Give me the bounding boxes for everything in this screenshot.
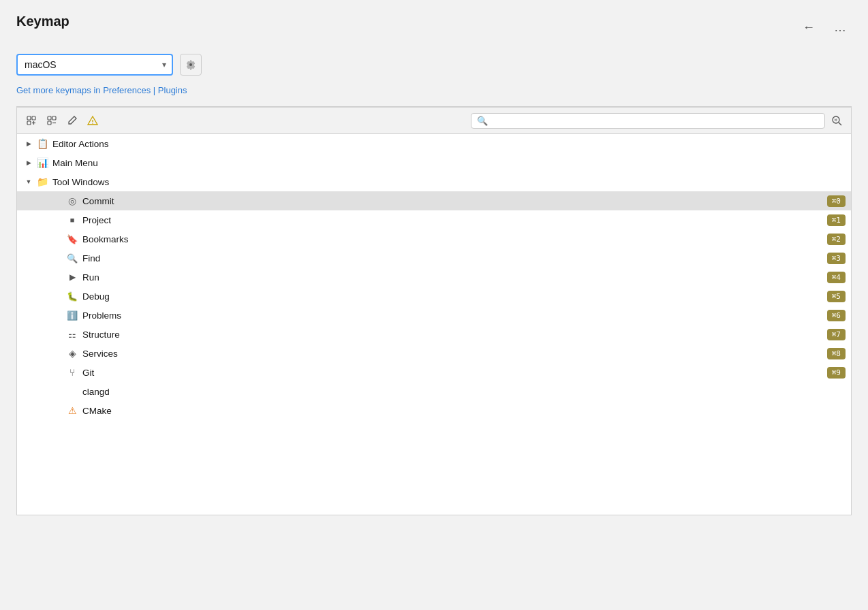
tree-item[interactable]: 🔍Find⌘3 [17, 248, 851, 268]
svg-rect-0 [27, 116, 31, 120]
shortcut-badge: ⌘1 [827, 214, 846, 226]
expand-arrow-icon[interactable]: ▶ [22, 138, 35, 150]
tree-item-label: Find [82, 253, 827, 263]
tree-item-label: Tool Windows [52, 177, 846, 187]
shortcut-badge: ⌘7 [827, 329, 846, 340]
gear-icon [185, 59, 196, 70]
tree-item[interactable]: ▼📁Tool Windows [17, 172, 851, 191]
tree-item[interactable]: ◎Commit⌘0 [17, 191, 851, 210]
no-arrow [52, 214, 65, 226]
shortcut-badge: ⌘0 [827, 195, 846, 207]
tree-item[interactable]: ▶📋Editor Actions [17, 134, 851, 153]
shortcut-badge: ⌘8 [827, 348, 846, 359]
search-input[interactable] [492, 116, 819, 126]
editor-icon: 📋 [36, 138, 48, 150]
problems-icon: ℹ️ [66, 309, 78, 321]
svg-rect-6 [52, 116, 56, 120]
tree-item-label: Structure [82, 330, 827, 340]
svg-rect-1 [32, 116, 35, 120]
structure-icon: ⚏ [66, 328, 78, 340]
tree-item[interactable]: ▶Run⌘4 [17, 268, 851, 287]
tree-item[interactable]: 🔖Bookmarks⌘2 [17, 229, 851, 248]
run-icon: ▶ [66, 271, 78, 283]
tree-item[interactable]: ⚏Structure⌘7 [17, 325, 851, 344]
tree-item-label: CMake [82, 406, 846, 416]
shortcut-badge: ⌘2 [827, 234, 846, 245]
warnings-button[interactable] [84, 112, 102, 129]
keymap-select-wrapper: macOS Windows Linux Default Eclipse NetB… [16, 54, 173, 76]
svg-rect-2 [27, 121, 31, 125]
menu-icon: 📊 [36, 157, 48, 169]
page-title: Keymap [16, 14, 69, 29]
tree-item[interactable]: ⚠CMake [17, 401, 851, 420]
page-container: Keymap ← … macOS Windows Linux Default E… [0, 0, 868, 529]
no-arrow [52, 347, 65, 359]
no-arrow [52, 195, 65, 207]
tree-item-label: Run [82, 272, 827, 283]
shortcut-badge: ⌘5 [827, 291, 846, 302]
commit-icon: ◎ [66, 195, 78, 207]
collapse-all-button[interactable] [43, 112, 61, 129]
warning-icon [87, 115, 98, 126]
svg-point-10 [92, 123, 93, 124]
collapse-all-icon [46, 115, 57, 126]
gear-button[interactable] [180, 54, 202, 76]
expand-arrow-icon[interactable]: ▼ [22, 176, 35, 188]
svg-line-12 [839, 123, 841, 125]
search-box: 🔍 [471, 113, 825, 129]
tree-item-label: Debug [82, 291, 827, 302]
svg-text:⌘: ⌘ [835, 118, 837, 123]
find-icon: 🔍 [66, 252, 78, 264]
tree-item[interactable]: ⑂Git⌘9 [17, 363, 851, 382]
folder-icon: 📁 [36, 176, 48, 188]
tree-item[interactable]: ■Project⌘1 [17, 210, 851, 229]
tree-item[interactable]: ℹ️Problems⌘6 [17, 306, 851, 325]
tree-container: 🔍 ⌘ ▶📋Editor Actions▶📊Main Menu▼📁Tool Wi… [16, 107, 852, 515]
tree-item-label: Services [82, 349, 827, 359]
tree-item[interactable]: ◈Services⌘8 [17, 344, 851, 363]
tree-item-label: Git [82, 368, 827, 378]
project-icon: ■ [66, 214, 78, 226]
debug-icon: 🐛 [66, 290, 78, 302]
expand-all-button[interactable] [22, 112, 40, 129]
back-button[interactable]: ← [797, 18, 820, 37]
expand-all-icon [26, 115, 37, 126]
no-arrow [52, 366, 65, 379]
find-shortcut-button[interactable]: ⌘ [828, 112, 846, 129]
services-icon: ◈ [66, 347, 78, 359]
svg-rect-7 [48, 121, 51, 125]
tree-item-label: Project [82, 215, 827, 225]
edit-icon [67, 115, 78, 126]
no-arrow [52, 233, 65, 245]
no-arrow [52, 385, 65, 398]
tree-item-label: Editor Actions [52, 139, 846, 149]
no-arrow [52, 309, 65, 321]
no-arrow [52, 252, 65, 264]
no-arrow [52, 290, 65, 302]
no-arrow [52, 271, 65, 283]
expand-arrow-icon[interactable]: ▶ [22, 157, 35, 169]
ellipsis-button[interactable]: … [828, 18, 852, 37]
bookmark-icon: 🔖 [66, 233, 78, 245]
search-icon: 🔍 [477, 116, 488, 126]
tree-item[interactable]: clangd [17, 382, 851, 401]
cmake-icon: ⚠ [66, 404, 78, 417]
plugins-link[interactable]: Get more keymaps in Preferences | Plugin… [16, 85, 852, 95]
shortcut-badge: ⌘4 [827, 272, 846, 283]
tree-item[interactable]: 🐛Debug⌘5 [17, 287, 851, 306]
tree-item-label: Problems [82, 310, 827, 321]
find-shortcut-icon: ⌘ [831, 114, 843, 127]
keymap-select[interactable]: macOS Windows Linux Default Eclipse NetB… [16, 54, 173, 76]
no-arrow [52, 404, 65, 417]
git-icon: ⑂ [66, 366, 78, 379]
edit-button[interactable] [63, 112, 81, 129]
shortcut-badge: ⌘6 [827, 310, 846, 321]
tree-item[interactable]: ▶📊Main Menu [17, 153, 851, 172]
top-controls: macOS Windows Linux Default Eclipse NetB… [16, 54, 852, 76]
tree-item-label: clangd [82, 387, 846, 397]
svg-rect-5 [48, 116, 51, 120]
toolbar: 🔍 ⌘ [17, 108, 851, 134]
tree-item-label: Commit [82, 196, 827, 206]
no-arrow [52, 328, 65, 340]
shortcut-badge: ⌘3 [827, 253, 846, 264]
